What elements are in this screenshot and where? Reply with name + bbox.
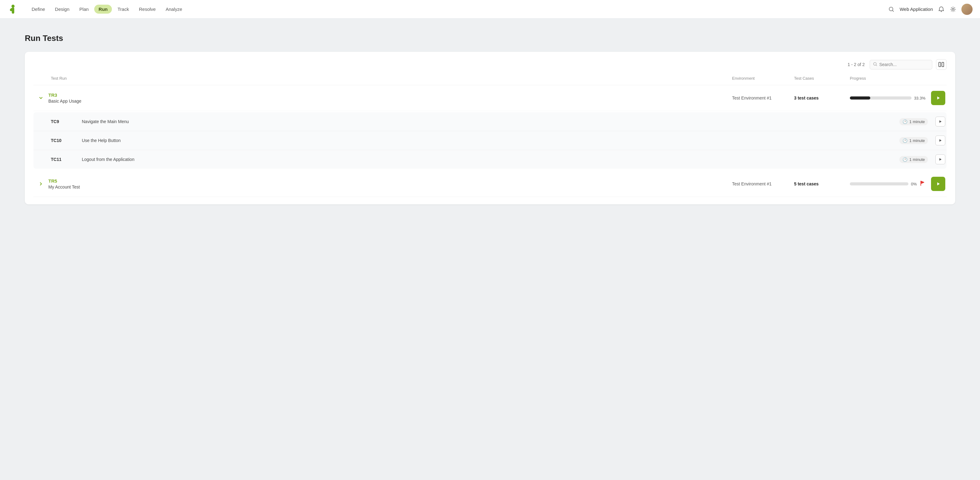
tr3-id: TR3: [48, 92, 730, 98]
th-environment: Environment: [730, 75, 792, 82]
tr3-environment: Test Environment #1: [730, 96, 792, 100]
svg-point-3: [11, 8, 13, 11]
tc9-duration-text: 1 minute: [909, 120, 925, 124]
test-run-tr3: TR3 Basic App Usage Test Environment #1 …: [33, 85, 947, 169]
tc11-name: Logout from the Application: [80, 157, 878, 162]
tr5-test-cases: 5 test cases: [792, 182, 847, 187]
tc10-id: TC10: [48, 138, 80, 143]
tr5-info: TR5 My Account Test: [48, 178, 730, 190]
navbar-right: Web Application: [888, 4, 972, 15]
tr5-run-button[interactable]: [931, 177, 945, 191]
tr5-progress-bar-container: 0%: [850, 182, 917, 187]
tr3-progress-bar-container: 33.3%: [850, 96, 926, 100]
tr3-run-button[interactable]: [931, 91, 945, 105]
sub-row-tc11: TC11 Logout from the Application 🕐 1 min…: [33, 150, 947, 169]
columns-toggle-button[interactable]: [936, 59, 947, 70]
tr5-environment: Test Environment #1: [730, 182, 792, 187]
tc11-actions: [928, 155, 947, 164]
tc9-duration: 🕐 1 minute: [899, 118, 928, 125]
tc11-duration-text: 1 minute: [909, 157, 925, 162]
nav-item-design[interactable]: Design: [51, 5, 74, 14]
test-run-row-tr3: TR3 Basic App Usage Test Environment #1 …: [33, 85, 947, 111]
th-progress: Progress: [847, 75, 928, 82]
tr3-name: Basic App Usage: [48, 99, 81, 104]
table-toolbar: 1 - 2 of 2: [33, 59, 947, 70]
tc9-duration-area: 🕐 1 minute: [878, 118, 928, 125]
svg-marker-14: [939, 139, 942, 142]
tr5-progress-text: 0%: [911, 182, 917, 187]
tr5-id: TR5: [48, 178, 730, 183]
tc10-duration-area: 🕐 1 minute: [878, 137, 928, 144]
svg-marker-18: [937, 182, 940, 185]
svg-point-7: [952, 8, 954, 10]
sub-row-tc9: TC9 Navigate the Main Menu 🕐 1 minute: [33, 112, 947, 131]
nav-item-plan[interactable]: Plan: [75, 5, 93, 14]
tc10-actions: [928, 136, 947, 145]
th-actions: [928, 75, 947, 82]
svg-rect-11: [942, 62, 944, 67]
user-avatar[interactable]: [961, 4, 972, 15]
tr3-info: TR3 Basic App Usage: [48, 92, 730, 104]
th-expand: [33, 75, 48, 82]
tr3-actions: [928, 91, 947, 105]
tc10-run-button[interactable]: [935, 136, 945, 145]
nav-item-resolve[interactable]: Resolve: [135, 5, 160, 14]
nav-item-track[interactable]: Track: [113, 5, 133, 14]
tc9-id: TC9: [48, 119, 80, 124]
test-run-tr5: TR5 My Account Test Test Environment #1 …: [33, 171, 947, 197]
tr3-expanded-section: TC9 Navigate the Main Menu 🕐 1 minute: [33, 112, 947, 169]
svg-rect-10: [939, 62, 941, 67]
notifications-icon[interactable]: [938, 6, 945, 13]
tc11-duration: 🕐 1 minute: [899, 156, 928, 163]
tc10-name: Use the Help Button: [80, 138, 878, 143]
tr3-progress-cell: 33.3%: [847, 96, 928, 100]
th-test-run: Test Run: [48, 75, 730, 82]
test-run-row-tr5: TR5 My Account Test Test Environment #1 …: [33, 171, 947, 197]
tr5-actions: [928, 177, 947, 191]
clock-icon-tc9: 🕐: [902, 120, 907, 124]
main-content: Run Tests 1 - 2 of 2: [0, 19, 980, 219]
tc11-id: TC11: [48, 157, 80, 162]
pagination-label: 1 - 2 of 2: [848, 62, 865, 67]
search-icon[interactable]: [888, 6, 895, 13]
clock-icon-tc11: 🕐: [902, 157, 907, 162]
tc9-run-button[interactable]: [935, 116, 945, 126]
settings-icon[interactable]: [950, 6, 956, 13]
tr3-progress-fill: [850, 96, 870, 99]
svg-point-0: [11, 5, 14, 8]
navbar: Define Design Plan Run Track Resolve Ana…: [0, 0, 980, 19]
expand-button-tr3[interactable]: [33, 96, 48, 100]
th-test-cases: Test Cases: [792, 75, 847, 82]
tc9-name: Navigate the Main Menu: [80, 119, 878, 124]
nav-item-run[interactable]: Run: [94, 5, 112, 14]
tc9-actions: [928, 116, 947, 126]
page-title: Run Tests: [25, 33, 955, 43]
sub-row-tc10: TC10 Use the Help Button 🕐 1 minute: [33, 131, 947, 150]
clock-icon-tc10: 🕐: [902, 138, 907, 143]
app-logo[interactable]: [8, 4, 19, 15]
tc10-duration-text: 1 minute: [909, 138, 925, 143]
tc11-duration-area: 🕐 1 minute: [878, 156, 928, 163]
search-icon-small: [873, 62, 877, 67]
search-box[interactable]: [870, 60, 932, 69]
test-runs-card: 1 - 2 of 2 Test Run En: [25, 52, 955, 204]
svg-marker-15: [939, 158, 942, 161]
tr3-test-cases: 3 test cases: [792, 96, 847, 100]
tc10-duration: 🕐 1 minute: [899, 137, 928, 144]
svg-point-6: [941, 11, 942, 12]
tr5-name: My Account Test: [48, 185, 80, 190]
nav-item-define[interactable]: Define: [27, 5, 49, 14]
table-headers: Test Run Environment Test Cases Progress: [33, 75, 947, 85]
flag-icon-tr5: [919, 180, 926, 188]
nav-menu: Define Design Plan Run Track Resolve Ana…: [27, 5, 888, 14]
tc11-run-button[interactable]: [935, 155, 945, 164]
nav-item-analyze[interactable]: Analyze: [161, 5, 186, 14]
tr3-progress-bar: [850, 96, 912, 99]
expand-button-tr5[interactable]: [33, 182, 48, 186]
svg-line-9: [876, 65, 877, 66]
search-input[interactable]: [879, 62, 929, 67]
svg-line-5: [892, 10, 894, 11]
svg-marker-13: [939, 120, 942, 123]
app-name-label: Web Application: [900, 6, 933, 12]
tr3-progress-text: 33.3%: [914, 96, 926, 100]
